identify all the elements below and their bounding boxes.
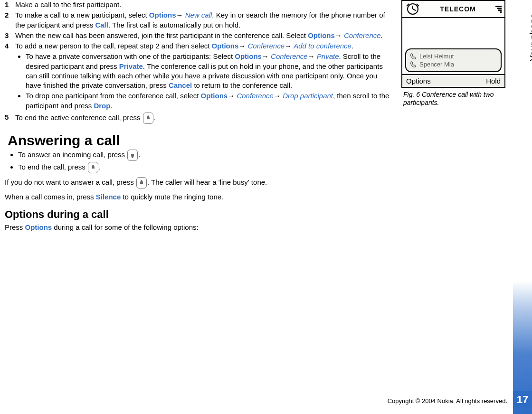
options-label: Options <box>212 42 239 50</box>
options-label: Options <box>149 11 176 19</box>
call-popup: Leist Helmut Spencer Mia <box>405 48 502 72</box>
steps-list: 1 Make a call to the first participant. … <box>5 0 393 124</box>
figure-caption: Fig. 6 Conference call with two particip… <box>401 91 508 107</box>
handset-icon <box>410 61 417 68</box>
menu-newcall: New call <box>185 11 212 19</box>
step-text: When the new call has been answered, joi… <box>15 31 383 40</box>
cancel-label: Cancel <box>169 81 192 89</box>
step-number: 5 <box>5 113 15 124</box>
bullet-item: To answer an incoming call, press . <box>18 150 393 161</box>
carrier-label: TELECOM <box>420 5 495 13</box>
step-text: Make a call to the first participant. <box>15 0 121 9</box>
softkey-left: Options <box>406 77 431 85</box>
copyright-text: Copyright © 2004 Nokia. All rights reser… <box>388 397 507 405</box>
step-text: To end the active conference call, press… <box>15 113 156 124</box>
step-number: 3 <box>5 31 15 40</box>
step-number: 2 <box>5 10 15 30</box>
answering-bullets: To answer an incoming call, press . To e… <box>5 150 393 173</box>
silence-label: Silence <box>96 193 121 201</box>
body-text: If you do not want to answer a call, pre… <box>5 177 393 188</box>
signal-icon <box>495 6 502 13</box>
clock-icon <box>405 2 420 16</box>
step-number: 1 <box>5 0 15 9</box>
step-number: 4 <box>5 41 15 112</box>
call-key-icon <box>127 150 138 161</box>
menu-conference: Conference <box>247 42 285 50</box>
bullet-item: To drop one participant from the confere… <box>26 91 393 111</box>
menu-conference: Conference <box>344 31 381 39</box>
options-label: Options <box>25 223 52 231</box>
options-label: Options <box>201 92 228 100</box>
body-text: When a call comes in, press Silence to q… <box>5 192 393 202</box>
heading-options-during: Options during a call <box>5 208 393 221</box>
sub-bullets: To have a private conversation with one … <box>15 52 393 111</box>
svg-line-2 <box>413 9 416 10</box>
menu-drop-participant: Drop participant <box>283 92 333 100</box>
end-key-icon <box>88 162 98 173</box>
section-tab-label: Your phone <box>528 13 532 62</box>
participant-row: Leist Helmut <box>410 52 497 60</box>
drop-label: Drop <box>94 102 110 110</box>
page-footer: Copyright © 2004 Nokia. All rights reser… <box>0 391 532 408</box>
phone-screenshot: TELECOM Leist Helmut Spencer Mia <box>401 0 505 88</box>
heading-answering: Answering a call <box>8 132 393 149</box>
end-key-icon <box>136 177 147 188</box>
private-label: Private <box>119 62 143 70</box>
menu-conference: Conference <box>271 52 308 60</box>
call-label: Call <box>95 21 108 29</box>
page-number: 17 <box>513 391 532 408</box>
phone-body: Leist Helmut Spencer Mia <box>402 18 504 74</box>
end-key-icon <box>143 113 153 124</box>
softkey-right: Hold <box>486 77 501 85</box>
options-label: Options <box>308 31 335 39</box>
body-text: Press Options during a call for some of … <box>5 223 393 232</box>
menu-addconf: Add to conference <box>294 42 352 50</box>
handset-icon <box>410 53 417 60</box>
participant-row: Spencer Mia <box>410 60 497 68</box>
step-text: To make a call to a new participant, sel… <box>15 10 393 30</box>
step-text: To add a new person to the call, repeat … <box>15 41 393 112</box>
menu-conference: Conference <box>237 92 274 100</box>
phone-statusbar: TELECOM <box>402 1 504 18</box>
phone-softkeys: Options Hold <box>402 74 504 87</box>
menu-private: Private <box>317 52 339 60</box>
bullet-item: To end the call, press . <box>18 162 393 173</box>
bullet-item: To have a private conversation with one … <box>26 52 393 90</box>
options-label: Options <box>235 52 262 60</box>
